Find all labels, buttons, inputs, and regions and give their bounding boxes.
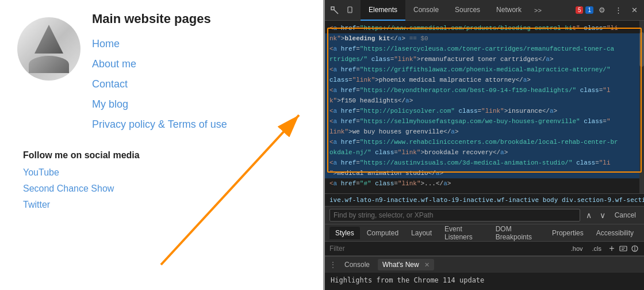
info-badge: 1 bbox=[585, 6, 593, 14]
tab-styles[interactable]: Styles bbox=[329, 227, 360, 239]
highlight-text: Highlights from the Chrome 114 update bbox=[331, 276, 484, 284]
social-youtube[interactable]: YouTube bbox=[23, 167, 59, 177]
html-line[interactable]: <a href="https://beyondtheraptor.com/bes… bbox=[325, 85, 644, 96]
html-line[interactable]: okdale-nj/" class="link">brookdale recov… bbox=[325, 147, 644, 158]
style-icon[interactable] bbox=[630, 244, 639, 253]
social-section: Follow me on social media YouTube Second… bbox=[0, 139, 325, 210]
tab-event-listeners[interactable]: Event Listeners bbox=[439, 223, 489, 243]
html-line[interactable]: <a href="https://sellmyhousefastgsap.com… bbox=[325, 116, 644, 127]
scrollbar-track[interactable] bbox=[639, 21, 644, 193]
social-list: YouTube Second Chance Show Twitter bbox=[23, 167, 302, 210]
tab-console[interactable]: Console bbox=[405, 0, 447, 21]
device-icon[interactable] bbox=[343, 3, 358, 18]
more-options-icon[interactable]: ⋮ bbox=[611, 3, 626, 18]
find-input[interactable] bbox=[329, 209, 580, 222]
svg-rect-5 bbox=[350, 12, 350, 12]
scrollbar-thumb[interactable] bbox=[639, 32, 644, 67]
breadcrumb-bar: ive.wf-lato-n9-inactive.wf-lato-i9-inact… bbox=[325, 193, 644, 206]
tab-network[interactable]: Network bbox=[488, 0, 530, 21]
tab-layout[interactable]: Layout bbox=[405, 227, 438, 239]
html-line[interactable]: <a href="https://www.rehabclinicccenters… bbox=[325, 137, 644, 147]
filter-buttons: .hov .cls + bbox=[568, 244, 639, 253]
html-line[interactable]: class="link">phoenix medical malpractice… bbox=[325, 75, 644, 85]
list-item[interactable]: Twitter bbox=[23, 200, 302, 210]
hov-button[interactable]: .hov bbox=[568, 244, 586, 253]
svg-line-3 bbox=[334, 10, 338, 14]
avatar bbox=[17, 17, 80, 81]
new-rule-icon[interactable] bbox=[619, 244, 628, 253]
whatsnew-tab[interactable]: What's New ✕ bbox=[378, 259, 434, 270]
list-item[interactable]: Second Chance Show bbox=[23, 184, 302, 194]
list-item[interactable]: Home bbox=[92, 38, 325, 50]
tab-dom-breakpoints[interactable]: DOM Breakpoints bbox=[490, 223, 545, 243]
tab-elements[interactable]: Elements bbox=[361, 0, 405, 21]
html-line[interactable]: ">medical animation studio</a> bbox=[325, 168, 644, 178]
nav-home[interactable]: Home bbox=[92, 38, 120, 49]
html-line[interactable]: <a href="http://policysolver.com" class=… bbox=[325, 106, 644, 116]
inspect-icon[interactable] bbox=[327, 3, 342, 18]
html-line[interactable]: link">we buy houses greenville</a> bbox=[325, 127, 644, 137]
bottom-tabs: Styles Computed Layout Event Listeners D… bbox=[325, 224, 644, 242]
nav-about[interactable]: About me bbox=[92, 58, 136, 70]
list-item[interactable]: About me bbox=[92, 58, 325, 70]
svg-rect-6 bbox=[620, 246, 627, 251]
console-menu-icon[interactable]: ⋮ bbox=[329, 261, 336, 269]
settings-icon[interactable]: ⚙ bbox=[595, 3, 610, 18]
tab-properties[interactable]: Properties bbox=[546, 227, 589, 239]
list-item[interactable]: Contact bbox=[92, 78, 325, 90]
devtools-icons bbox=[327, 3, 358, 18]
devtools-tabs: Elements Console Sources Network >> bbox=[361, 0, 546, 21]
html-line[interactable]: nk">bleeding kit</a> == $0 bbox=[325, 33, 644, 44]
tab-accessibility[interactable]: Accessibility bbox=[591, 227, 639, 239]
html-line[interactable]: rtridges/" class="link">remanufactured t… bbox=[325, 54, 644, 64]
error-badge: 5 bbox=[576, 6, 584, 14]
more-tabs[interactable]: >> bbox=[530, 0, 546, 21]
elements-wrapper: <a href="https://www.sammedical.com/prod… bbox=[325, 21, 644, 193]
filter-bar: .hov .cls + bbox=[325, 242, 644, 256]
html-line[interactable]: <a href="https://austinvisuals.com/3d-me… bbox=[325, 158, 644, 168]
svg-rect-2 bbox=[331, 7, 334, 10]
social-title: Follow me on social media bbox=[23, 150, 302, 161]
console-bar: ⋮ Console What's New ✕ bbox=[325, 256, 644, 273]
console-tab[interactable]: Console bbox=[340, 259, 374, 270]
nav-list: Home About me Contact My blog Privacy po… bbox=[92, 38, 325, 131]
social-twitter[interactable]: Twitter bbox=[23, 200, 50, 209]
tab-sources[interactable]: Sources bbox=[447, 0, 488, 21]
html-line[interactable]: <a href="https://www.sammedical.com/prod… bbox=[325, 23, 644, 33]
cls-button[interactable]: .cls bbox=[589, 244, 605, 253]
devtools-topbar: Elements Console Sources Network >> 5 1 … bbox=[325, 0, 644, 21]
filter-input[interactable] bbox=[329, 245, 568, 253]
cancel-button[interactable]: Cancel bbox=[611, 210, 639, 220]
nav-privacy[interactable]: Privacy policy & Terms of use bbox=[92, 119, 227, 130]
nav-contact[interactable]: Contact bbox=[92, 78, 128, 90]
tab-computed[interactable]: Computed bbox=[361, 227, 404, 239]
list-item[interactable]: My blog bbox=[92, 98, 325, 110]
html-line[interactable]: k">f150 headlights</a> bbox=[325, 96, 644, 106]
list-item[interactable]: YouTube bbox=[23, 167, 302, 178]
devtools-panel: Elements Console Sources Network >> 5 1 … bbox=[325, 0, 644, 290]
devtools-right-icons: 5 1 ⚙ ⋮ ✕ bbox=[576, 3, 642, 18]
html-tree[interactable]: <a href="https://www.sammedical.com/prod… bbox=[325, 21, 644, 193]
find-bar: ∧ ∨ Cancel bbox=[325, 206, 644, 224]
nav-title: Main website pages bbox=[92, 12, 325, 26]
nav-blog[interactable]: My blog bbox=[92, 98, 128, 110]
find-prev-button[interactable]: ∧ bbox=[584, 209, 594, 221]
find-next-button[interactable]: ∨ bbox=[597, 209, 608, 221]
plus-icon[interactable]: + bbox=[607, 244, 616, 253]
social-second-chance[interactable]: Second Chance Show bbox=[23, 184, 114, 193]
close-whatsnew-button[interactable]: ✕ bbox=[424, 261, 430, 268]
html-line[interactable]: <a href="https://griffithslawaz.com/phoe… bbox=[325, 64, 644, 75]
breadcrumb: ive.wf-lato-n9-inactive.wf-lato-i9-inact… bbox=[329, 196, 644, 204]
html-line[interactable]: <a href="https://lasercycleusa.com/toner… bbox=[325, 44, 644, 54]
close-icon[interactable]: ✕ bbox=[627, 3, 642, 18]
website-panel: Main website pages Home About me Contact… bbox=[0, 0, 325, 290]
console-content: Highlights from the Chrome 114 update bbox=[325, 273, 644, 290]
list-item[interactable]: Privacy policy & Terms of use bbox=[92, 119, 325, 131]
html-line[interactable]: <a href="#" class="link">...</a> bbox=[325, 178, 644, 189]
